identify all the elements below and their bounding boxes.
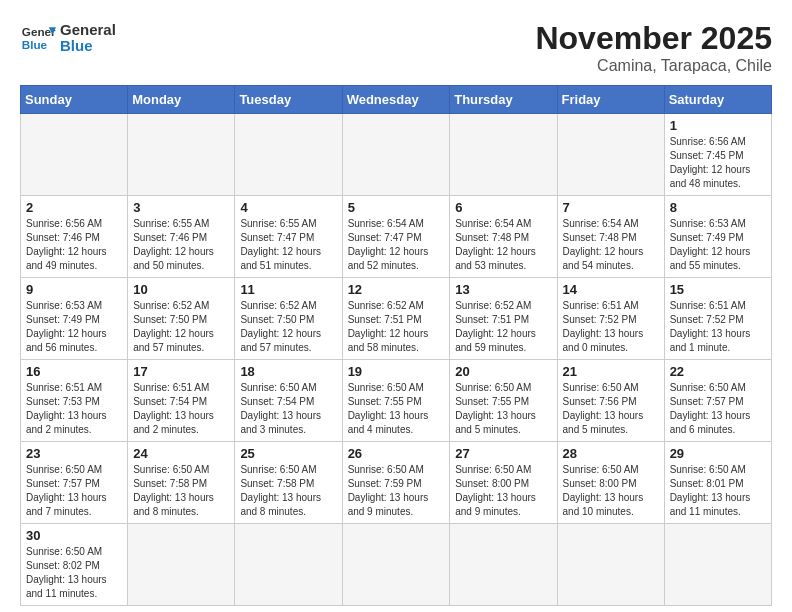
calendar-cell: 24Sunrise: 6:50 AM Sunset: 7:58 PM Dayli… bbox=[128, 442, 235, 524]
calendar-week-row: 1Sunrise: 6:56 AM Sunset: 7:45 PM Daylig… bbox=[21, 114, 772, 196]
header-friday: Friday bbox=[557, 86, 664, 114]
day-info: Sunrise: 6:50 AM Sunset: 7:55 PM Dayligh… bbox=[455, 381, 551, 437]
day-info: Sunrise: 6:50 AM Sunset: 7:59 PM Dayligh… bbox=[348, 463, 445, 519]
header-tuesday: Tuesday bbox=[235, 86, 342, 114]
calendar-week-row: 30Sunrise: 6:50 AM Sunset: 8:02 PM Dayli… bbox=[21, 524, 772, 606]
logo-general: General bbox=[60, 21, 116, 38]
day-number: 18 bbox=[240, 364, 336, 379]
day-number: 21 bbox=[563, 364, 659, 379]
calendar-cell bbox=[557, 524, 664, 606]
day-number: 20 bbox=[455, 364, 551, 379]
calendar-cell: 1Sunrise: 6:56 AM Sunset: 7:45 PM Daylig… bbox=[664, 114, 771, 196]
calendar-cell: 10Sunrise: 6:52 AM Sunset: 7:50 PM Dayli… bbox=[128, 278, 235, 360]
day-number: 5 bbox=[348, 200, 445, 215]
calendar-header-row: Sunday Monday Tuesday Wednesday Thursday… bbox=[21, 86, 772, 114]
calendar-cell bbox=[450, 524, 557, 606]
calendar-cell: 12Sunrise: 6:52 AM Sunset: 7:51 PM Dayli… bbox=[342, 278, 450, 360]
calendar-cell: 18Sunrise: 6:50 AM Sunset: 7:54 PM Dayli… bbox=[235, 360, 342, 442]
day-info: Sunrise: 6:53 AM Sunset: 7:49 PM Dayligh… bbox=[26, 299, 122, 355]
day-info: Sunrise: 6:54 AM Sunset: 7:48 PM Dayligh… bbox=[563, 217, 659, 273]
day-number: 24 bbox=[133, 446, 229, 461]
day-info: Sunrise: 6:50 AM Sunset: 8:00 PM Dayligh… bbox=[563, 463, 659, 519]
day-info: Sunrise: 6:51 AM Sunset: 7:54 PM Dayligh… bbox=[133, 381, 229, 437]
day-number: 25 bbox=[240, 446, 336, 461]
day-number: 13 bbox=[455, 282, 551, 297]
calendar-cell bbox=[128, 524, 235, 606]
header-sunday: Sunday bbox=[21, 86, 128, 114]
day-info: Sunrise: 6:54 AM Sunset: 7:47 PM Dayligh… bbox=[348, 217, 445, 273]
day-number: 4 bbox=[240, 200, 336, 215]
day-number: 1 bbox=[670, 118, 766, 133]
day-info: Sunrise: 6:54 AM Sunset: 7:48 PM Dayligh… bbox=[455, 217, 551, 273]
day-info: Sunrise: 6:50 AM Sunset: 7:58 PM Dayligh… bbox=[240, 463, 336, 519]
day-number: 16 bbox=[26, 364, 122, 379]
calendar-cell bbox=[450, 114, 557, 196]
day-info: Sunrise: 6:50 AM Sunset: 7:56 PM Dayligh… bbox=[563, 381, 659, 437]
day-info: Sunrise: 6:50 AM Sunset: 8:01 PM Dayligh… bbox=[670, 463, 766, 519]
logo-icon: General Blue bbox=[20, 20, 56, 56]
calendar-cell: 8Sunrise: 6:53 AM Sunset: 7:49 PM Daylig… bbox=[664, 196, 771, 278]
calendar-cell: 16Sunrise: 6:51 AM Sunset: 7:53 PM Dayli… bbox=[21, 360, 128, 442]
calendar-cell: 15Sunrise: 6:51 AM Sunset: 7:52 PM Dayli… bbox=[664, 278, 771, 360]
calendar-cell bbox=[128, 114, 235, 196]
day-number: 28 bbox=[563, 446, 659, 461]
header-monday: Monday bbox=[128, 86, 235, 114]
calendar-cell: 9Sunrise: 6:53 AM Sunset: 7:49 PM Daylig… bbox=[21, 278, 128, 360]
calendar-cell: 19Sunrise: 6:50 AM Sunset: 7:55 PM Dayli… bbox=[342, 360, 450, 442]
day-number: 2 bbox=[26, 200, 122, 215]
day-info: Sunrise: 6:53 AM Sunset: 7:49 PM Dayligh… bbox=[670, 217, 766, 273]
day-number: 27 bbox=[455, 446, 551, 461]
calendar-week-row: 16Sunrise: 6:51 AM Sunset: 7:53 PM Dayli… bbox=[21, 360, 772, 442]
day-info: Sunrise: 6:51 AM Sunset: 7:53 PM Dayligh… bbox=[26, 381, 122, 437]
header-thursday: Thursday bbox=[450, 86, 557, 114]
day-info: Sunrise: 6:52 AM Sunset: 7:51 PM Dayligh… bbox=[348, 299, 445, 355]
calendar-cell bbox=[21, 114, 128, 196]
svg-text:Blue: Blue bbox=[22, 38, 48, 51]
calendar-cell: 6Sunrise: 6:54 AM Sunset: 7:48 PM Daylig… bbox=[450, 196, 557, 278]
header-saturday: Saturday bbox=[664, 86, 771, 114]
day-number: 29 bbox=[670, 446, 766, 461]
day-number: 23 bbox=[26, 446, 122, 461]
calendar-cell: 25Sunrise: 6:50 AM Sunset: 7:58 PM Dayli… bbox=[235, 442, 342, 524]
svg-text:General: General bbox=[22, 25, 56, 38]
day-number: 12 bbox=[348, 282, 445, 297]
day-info: Sunrise: 6:52 AM Sunset: 7:50 PM Dayligh… bbox=[240, 299, 336, 355]
day-number: 22 bbox=[670, 364, 766, 379]
day-info: Sunrise: 6:50 AM Sunset: 8:02 PM Dayligh… bbox=[26, 545, 122, 601]
calendar-cell: 26Sunrise: 6:50 AM Sunset: 7:59 PM Dayli… bbox=[342, 442, 450, 524]
calendar-cell bbox=[557, 114, 664, 196]
calendar: Sunday Monday Tuesday Wednesday Thursday… bbox=[20, 85, 772, 606]
day-info: Sunrise: 6:52 AM Sunset: 7:51 PM Dayligh… bbox=[455, 299, 551, 355]
calendar-cell: 14Sunrise: 6:51 AM Sunset: 7:52 PM Dayli… bbox=[557, 278, 664, 360]
day-info: Sunrise: 6:55 AM Sunset: 7:47 PM Dayligh… bbox=[240, 217, 336, 273]
calendar-cell: 4Sunrise: 6:55 AM Sunset: 7:47 PM Daylig… bbox=[235, 196, 342, 278]
calendar-cell: 17Sunrise: 6:51 AM Sunset: 7:54 PM Dayli… bbox=[128, 360, 235, 442]
calendar-cell: 11Sunrise: 6:52 AM Sunset: 7:50 PM Dayli… bbox=[235, 278, 342, 360]
calendar-cell: 20Sunrise: 6:50 AM Sunset: 7:55 PM Dayli… bbox=[450, 360, 557, 442]
day-info: Sunrise: 6:52 AM Sunset: 7:50 PM Dayligh… bbox=[133, 299, 229, 355]
calendar-cell: 30Sunrise: 6:50 AM Sunset: 8:02 PM Dayli… bbox=[21, 524, 128, 606]
calendar-cell: 13Sunrise: 6:52 AM Sunset: 7:51 PM Dayli… bbox=[450, 278, 557, 360]
day-info: Sunrise: 6:56 AM Sunset: 7:45 PM Dayligh… bbox=[670, 135, 766, 191]
calendar-week-row: 9Sunrise: 6:53 AM Sunset: 7:49 PM Daylig… bbox=[21, 278, 772, 360]
calendar-cell bbox=[235, 114, 342, 196]
day-number: 15 bbox=[670, 282, 766, 297]
day-info: Sunrise: 6:50 AM Sunset: 7:54 PM Dayligh… bbox=[240, 381, 336, 437]
day-number: 19 bbox=[348, 364, 445, 379]
calendar-cell bbox=[235, 524, 342, 606]
day-number: 26 bbox=[348, 446, 445, 461]
calendar-cell: 27Sunrise: 6:50 AM Sunset: 8:00 PM Dayli… bbox=[450, 442, 557, 524]
day-info: Sunrise: 6:55 AM Sunset: 7:46 PM Dayligh… bbox=[133, 217, 229, 273]
calendar-cell: 28Sunrise: 6:50 AM Sunset: 8:00 PM Dayli… bbox=[557, 442, 664, 524]
day-number: 7 bbox=[563, 200, 659, 215]
day-number: 17 bbox=[133, 364, 229, 379]
calendar-cell: 23Sunrise: 6:50 AM Sunset: 7:57 PM Dayli… bbox=[21, 442, 128, 524]
calendar-cell: 3Sunrise: 6:55 AM Sunset: 7:46 PM Daylig… bbox=[128, 196, 235, 278]
logo-blue: Blue bbox=[60, 38, 116, 55]
calendar-week-row: 23Sunrise: 6:50 AM Sunset: 7:57 PM Dayli… bbox=[21, 442, 772, 524]
day-info: Sunrise: 6:50 AM Sunset: 8:00 PM Dayligh… bbox=[455, 463, 551, 519]
day-info: Sunrise: 6:51 AM Sunset: 7:52 PM Dayligh… bbox=[563, 299, 659, 355]
day-number: 11 bbox=[240, 282, 336, 297]
day-number: 30 bbox=[26, 528, 122, 543]
month-year: November 2025 bbox=[535, 20, 772, 57]
